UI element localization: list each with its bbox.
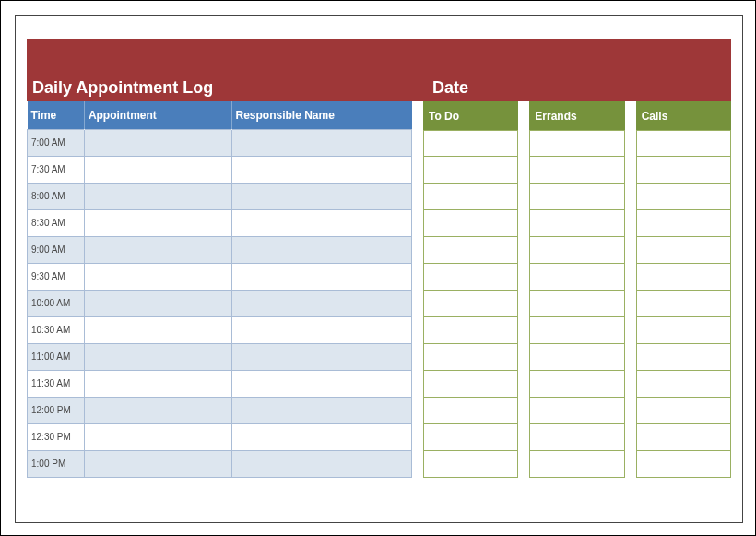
- side-cell[interactable]: [636, 157, 731, 184]
- time-cell[interactable]: 9:30 AM: [28, 263, 85, 290]
- side-cell[interactable]: [529, 371, 624, 398]
- time-cell[interactable]: 7:00 AM: [28, 129, 85, 156]
- appointment-cell[interactable]: [84, 370, 231, 397]
- side-cell[interactable]: [423, 264, 518, 291]
- side-header-todo: To Do: [423, 101, 518, 130]
- side-cell[interactable]: [636, 184, 731, 210]
- side-cell[interactable]: [423, 130, 518, 157]
- responsible-cell[interactable]: [231, 450, 411, 477]
- title-left: Daily Appointment Log: [27, 78, 423, 98]
- side-cell[interactable]: [529, 210, 624, 237]
- side-cell[interactable]: [423, 424, 518, 451]
- side-cell[interactable]: [423, 344, 518, 371]
- appointment-table-header-row: Time Appointment Responsible Name: [28, 101, 412, 129]
- responsible-cell[interactable]: [231, 129, 411, 156]
- side-cell[interactable]: [423, 184, 518, 210]
- appointment-cell[interactable]: [84, 423, 231, 450]
- appointment-row: 8:00 AM: [28, 183, 412, 209]
- col-header-responsible: Responsible Name: [231, 101, 411, 129]
- appointment-cell[interactable]: [84, 450, 231, 477]
- side-cell[interactable]: [529, 344, 624, 371]
- appointment-row: 7:00 AM: [28, 129, 412, 156]
- time-cell[interactable]: 7:30 AM: [28, 156, 85, 183]
- side-cell[interactable]: [529, 317, 624, 344]
- side-cell[interactable]: [636, 130, 731, 157]
- side-cell[interactable]: [529, 398, 624, 424]
- appointment-row: 9:30 AM: [28, 263, 412, 290]
- side-cell[interactable]: [636, 424, 731, 451]
- side-cell[interactable]: [423, 237, 518, 264]
- appointment-row: 7:30 AM: [28, 156, 412, 183]
- side-cell[interactable]: [423, 371, 518, 398]
- col-header-time: Time: [28, 101, 85, 129]
- responsible-cell[interactable]: [231, 263, 411, 290]
- side-cell[interactable]: [636, 264, 731, 291]
- appointment-row: 11:00 AM: [28, 343, 412, 370]
- side-cell[interactable]: [423, 157, 518, 184]
- side-cell[interactable]: [529, 157, 624, 184]
- side-cell[interactable]: [423, 398, 518, 424]
- appointment-row: 12:30 PM: [28, 423, 412, 450]
- side-col-todo: To Do: [423, 101, 518, 478]
- appointment-cell[interactable]: [84, 209, 231, 236]
- content-row: Time Appointment Responsible Name 7:00 A…: [27, 101, 731, 478]
- time-cell[interactable]: 10:00 AM: [28, 290, 85, 316]
- time-cell[interactable]: 12:30 PM: [28, 423, 85, 450]
- appointment-cell[interactable]: [84, 316, 231, 343]
- time-cell[interactable]: 1:00 PM: [28, 450, 85, 477]
- appointment-cell[interactable]: [84, 156, 231, 183]
- side-cell[interactable]: [423, 291, 518, 317]
- side-cell[interactable]: [636, 371, 731, 398]
- side-cell[interactable]: [423, 451, 518, 478]
- side-header-errands: Errands: [529, 101, 624, 130]
- responsible-cell[interactable]: [231, 209, 411, 236]
- appointment-row: 10:00 AM: [28, 290, 412, 316]
- side-cell[interactable]: [636, 344, 731, 371]
- appointment-cell[interactable]: [84, 343, 231, 370]
- side-cell[interactable]: [636, 398, 731, 424]
- side-col-calls: Calls: [636, 101, 731, 478]
- side-cell[interactable]: [529, 237, 624, 264]
- appointment-cell[interactable]: [84, 397, 231, 423]
- side-cell[interactable]: [529, 424, 624, 451]
- appointment-cell[interactable]: [84, 129, 231, 156]
- side-cell[interactable]: [636, 291, 731, 317]
- time-cell[interactable]: 9:00 AM: [28, 236, 85, 263]
- appointment-row: 8:30 AM: [28, 209, 412, 236]
- side-cell[interactable]: [529, 264, 624, 291]
- page-inner-frame: Daily Appointment Log Date Time Appointm…: [15, 15, 743, 523]
- appointment-cell[interactable]: [84, 263, 231, 290]
- time-cell[interactable]: 11:00 AM: [28, 343, 85, 370]
- side-cell[interactable]: [529, 130, 624, 157]
- side-cell[interactable]: [423, 317, 518, 344]
- time-cell[interactable]: 10:30 AM: [28, 316, 85, 343]
- time-cell[interactable]: 12:00 PM: [28, 397, 85, 423]
- appointment-row: 10:30 AM: [28, 316, 412, 343]
- title-right: Date: [423, 78, 731, 98]
- side-cell[interactable]: [636, 237, 731, 264]
- side-cell[interactable]: [529, 291, 624, 317]
- appointment-cell[interactable]: [84, 236, 231, 263]
- responsible-cell[interactable]: [231, 236, 411, 263]
- appointment-row: 1:00 PM: [28, 450, 412, 477]
- side-cell[interactable]: [529, 184, 624, 210]
- side-cell[interactable]: [529, 451, 624, 478]
- side-cell[interactable]: [636, 210, 731, 237]
- side-cell[interactable]: [423, 210, 518, 237]
- time-cell[interactable]: 8:00 AM: [28, 183, 85, 209]
- responsible-cell[interactable]: [231, 156, 411, 183]
- responsible-cell[interactable]: [231, 423, 411, 450]
- responsible-cell[interactable]: [231, 183, 411, 209]
- side-cell[interactable]: [636, 451, 731, 478]
- appointment-cell[interactable]: [84, 290, 231, 316]
- side-cell[interactable]: [636, 317, 731, 344]
- responsible-cell[interactable]: [231, 290, 411, 316]
- time-cell[interactable]: 11:30 AM: [28, 370, 85, 397]
- side-header-calls: Calls: [636, 101, 731, 130]
- responsible-cell[interactable]: [231, 370, 411, 397]
- responsible-cell[interactable]: [231, 343, 411, 370]
- time-cell[interactable]: 8:30 AM: [28, 209, 85, 236]
- responsible-cell[interactable]: [231, 397, 411, 423]
- appointment-cell[interactable]: [84, 183, 231, 209]
- responsible-cell[interactable]: [231, 316, 411, 343]
